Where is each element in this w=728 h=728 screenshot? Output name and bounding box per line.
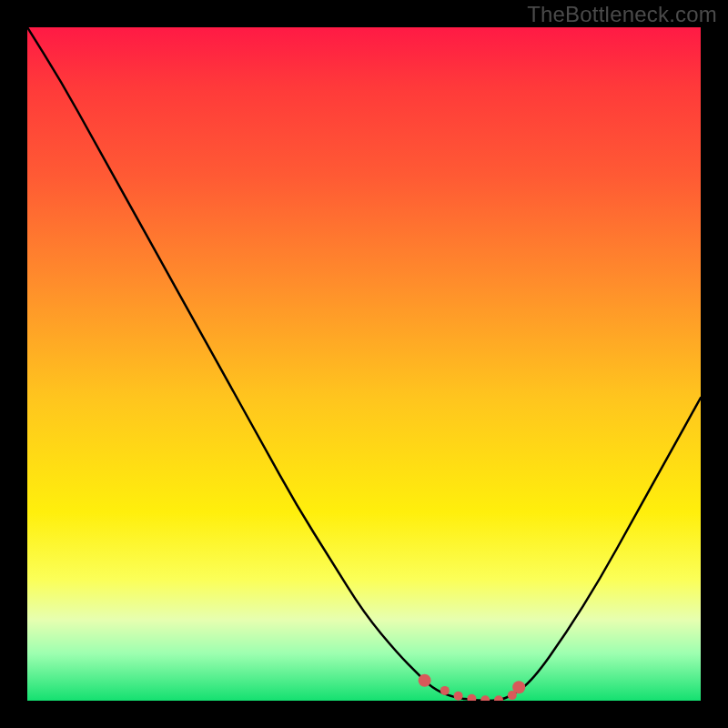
chart-frame: TheBottleneck.com bbox=[0, 0, 728, 728]
optimal-dot bbox=[440, 686, 450, 695]
optimal-dot bbox=[494, 695, 503, 701]
watermark-text: TheBottleneck.com bbox=[527, 2, 717, 27]
optimal-dot bbox=[480, 695, 490, 701]
optimal-dot bbox=[467, 694, 476, 701]
optimal-dot bbox=[454, 692, 463, 701]
plot-area bbox=[27, 27, 701, 701]
bottleneck-curve bbox=[27, 27, 701, 701]
curve-path bbox=[27, 27, 701, 701]
optimal-dot bbox=[419, 674, 431, 687]
optimal-dot bbox=[512, 681, 525, 693]
